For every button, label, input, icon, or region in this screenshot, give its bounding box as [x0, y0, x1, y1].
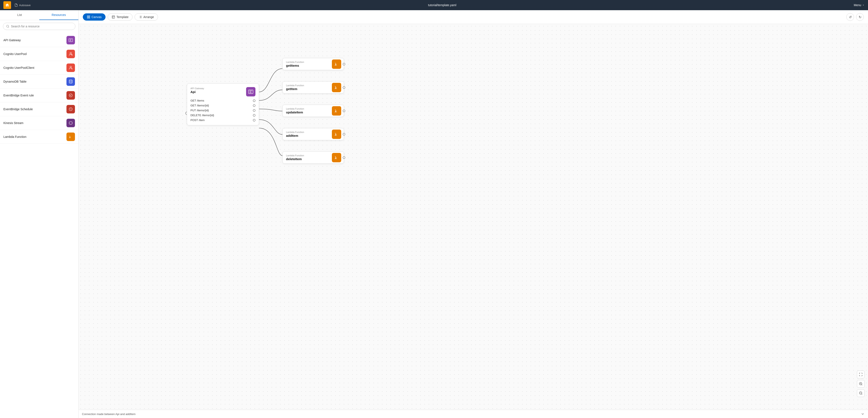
diagram-wrapper: API Gateway Api GET /items — [79, 24, 868, 410]
route-delete-item-id: DELETE /items/{id} — [190, 114, 255, 117]
resource-label: Cognito UserPool — [3, 52, 27, 56]
fit-view-button[interactable] — [857, 370, 865, 378]
canvas-area: Canvas Template Arrange ↺ ↻ — [79, 10, 868, 418]
node-out-port-4 — [343, 133, 345, 136]
lambda-getitem-node: Lambda Function getItem λ — [282, 81, 344, 93]
resource-item-eventbridge-schedule[interactable]: EventBridge Schedule — [0, 102, 79, 116]
resource-item-kinesis-stream[interactable]: Kinesis Stream — [0, 116, 79, 130]
lambda-getitems-name: getItems — [286, 64, 329, 67]
lambda-getitem-icon: λ — [332, 83, 341, 92]
lambda-getitems-icon: λ — [332, 59, 341, 69]
resource-item-cognito-userpool[interactable]: Cognito UserPool — [0, 47, 79, 61]
route-port-4 — [253, 114, 255, 117]
redo-button[interactable]: ↻ — [856, 13, 864, 21]
node-out-port-5 — [343, 156, 345, 159]
resource-icon-api-gateway — [66, 36, 75, 44]
resource-icon-lambda-function: λ — [66, 132, 75, 141]
search-input[interactable] — [11, 25, 72, 28]
template-label: Template — [116, 15, 128, 19]
main-layout: List Resources API Gateway Cognito UserP… — [0, 10, 868, 418]
route-port-1 — [253, 99, 255, 102]
resource-icon-cognito-userpool — [66, 50, 75, 58]
canvas-content[interactable]: API Gateway Api GET /items — [79, 24, 868, 410]
canvas-label: Canvas — [92, 15, 101, 19]
api-routes: GET /items GET /items/{id} PUT /items/{i… — [190, 99, 255, 122]
zoom-out-icon — [859, 391, 863, 395]
resource-icon-dynamodb-table — [66, 77, 75, 86]
resource-icon-kinesis-stream — [66, 119, 75, 127]
svg-rect-11 — [87, 16, 88, 17]
arrange-label: Arrange — [143, 15, 154, 19]
resource-item-cognito-userpoolclient[interactable]: Cognito UserPoolClient — [0, 61, 79, 75]
zoom-in-button[interactable] — [857, 380, 865, 388]
resource-label: EventBridge Event rule — [3, 94, 34, 97]
route-port-3 — [253, 109, 255, 112]
canvas-toolbar: Canvas Template Arrange ↺ ↻ — [79, 10, 868, 24]
lambda-additem-type: Lambda Function — [286, 131, 329, 133]
resource-item-eventbridge-event-rule[interactable]: EventBridge Event rule — [0, 89, 79, 102]
svg-text:λ: λ — [69, 135, 71, 139]
search-box — [3, 23, 75, 30]
svg-point-0 — [7, 25, 9, 27]
resource-label: Lambda Function — [3, 135, 26, 139]
route-get-item-id: GET /items/{id} — [190, 104, 255, 107]
lambda-deleteitem-type: Lambda Function — [286, 154, 329, 157]
chevron-down-icon — [861, 412, 865, 416]
template-button[interactable]: Template — [107, 13, 132, 21]
route-post-item: POST /item — [190, 119, 255, 122]
lambda-icon-4: λ — [334, 131, 340, 137]
api-gateway-node: API Gateway Api GET /items — [187, 84, 259, 125]
lambda-additem-name: addItem — [286, 134, 329, 138]
zoom-out-button[interactable] — [857, 389, 865, 397]
svg-rect-13 — [87, 17, 88, 18]
route-get-items: GET /items — [190, 99, 255, 102]
autosave-label: Autosave — [19, 4, 31, 7]
resource-list: API Gateway Cognito UserPool Cognito Use… — [0, 32, 79, 418]
lambda-updateitem-type: Lambda Function — [286, 108, 329, 110]
status-message: Connection made between Api and addItem — [82, 413, 135, 416]
lambda-icon-5: λ — [334, 155, 340, 160]
lambda-additem-node: Lambda Function addItem λ — [282, 128, 344, 140]
api-node-name: Api — [190, 90, 204, 94]
route-port-5 — [253, 119, 255, 121]
lambda-getitems-node: Lambda Function getItems λ — [282, 58, 344, 70]
lambda-icon-2: λ — [334, 85, 340, 90]
template-icon — [112, 15, 115, 19]
home-button[interactable] — [3, 1, 11, 9]
svg-line-32 — [861, 384, 862, 385]
svg-point-6 — [71, 68, 72, 69]
menu-button[interactable]: Menu — [854, 3, 865, 7]
resource-icon-eventbridge-schedule — [66, 105, 75, 113]
resource-item-dynamodb-table[interactable]: DynamoDB Table — [0, 75, 79, 89]
resource-icon-eventbridge-event-rule — [66, 91, 75, 100]
route-port-2 — [253, 104, 255, 107]
resource-label: EventBridge Schedule — [3, 108, 33, 111]
canvas-icon — [87, 15, 90, 19]
resource-icon-cognito-userpoolclient — [66, 63, 75, 72]
resource-label: DynamoDB Table — [3, 80, 27, 83]
tab-resources[interactable]: Resources — [39, 10, 79, 20]
undo-button[interactable]: ↺ — [846, 13, 854, 21]
node-out-port-3 — [343, 110, 345, 112]
resource-item-api-gateway[interactable]: API Gateway — [0, 33, 79, 47]
topbar: Autosave tutorial/template.yaml Menu — [0, 0, 868, 10]
route-label: DELETE /items/{id} — [190, 114, 214, 117]
tab-list[interactable]: List — [0, 10, 39, 20]
svg-line-1 — [8, 27, 9, 28]
lambda-updateitem-icon: λ — [332, 106, 341, 116]
resource-label: API Gateway — [3, 38, 21, 42]
resource-item-lambda-function[interactable]: Lambda Function λ — [0, 130, 79, 144]
menu-label: Menu — [854, 3, 861, 7]
svg-rect-12 — [89, 16, 90, 17]
canvas-button[interactable]: Canvas — [83, 13, 105, 21]
lambda-updateitem-name: updateItem — [286, 111, 329, 114]
svg-text:λ: λ — [335, 109, 337, 113]
route-label: POST /item — [190, 119, 205, 122]
lambda-deleteitem-icon: λ — [332, 153, 341, 162]
arrange-button[interactable]: Arrange — [135, 13, 158, 21]
canvas-controls — [857, 370, 865, 397]
resource-label: Kinesis Stream — [3, 121, 23, 125]
lambda-updateitem-node: Lambda Function updateItem λ — [282, 105, 344, 117]
svg-text:λ: λ — [335, 62, 337, 66]
svg-text:λ: λ — [335, 132, 337, 137]
